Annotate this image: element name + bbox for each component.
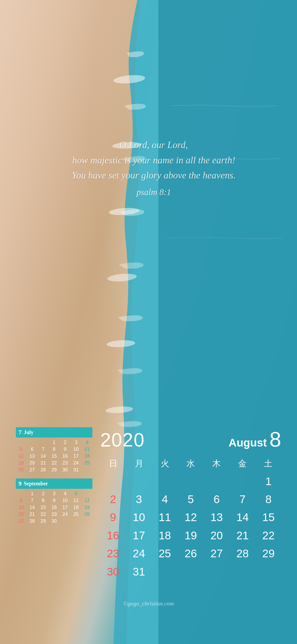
weekday-label: 土 xyxy=(255,457,281,471)
mini-day: 30 xyxy=(49,518,60,525)
weekday-label: 木 xyxy=(204,457,229,471)
mini-day: 1 xyxy=(49,439,60,446)
mini-day: 21 xyxy=(27,511,38,518)
main-day: 2 xyxy=(100,491,126,508)
mini-day: 20 xyxy=(16,511,27,518)
side-calendars: 7 July 123456789101112131415161718192021… xyxy=(16,427,92,581)
main-day: 13 xyxy=(204,509,229,526)
mini-day: 30 xyxy=(60,467,70,473)
mini-day xyxy=(82,490,92,497)
mini-day: 17 xyxy=(71,453,82,459)
main-day: 30 xyxy=(100,563,126,581)
main-grid: 1234567891011121314151617181920212223242… xyxy=(100,473,281,581)
main-day: 28 xyxy=(230,545,255,562)
mini-day: 5 xyxy=(71,490,82,497)
mini-day: 9 xyxy=(60,446,70,453)
mini-day xyxy=(82,518,92,525)
september-header: 9 September xyxy=(16,479,92,489)
main-day: 26 xyxy=(178,545,203,562)
weekday-label: 日 xyxy=(100,457,126,471)
mini-day: 13 xyxy=(27,453,38,459)
august-label: August xyxy=(229,436,267,449)
main-day: 27 xyxy=(204,545,229,562)
july-number: 7 xyxy=(18,429,22,436)
mini-day: 18 xyxy=(82,453,92,459)
mini-day: 25 xyxy=(71,511,82,518)
mini-day: 23 xyxy=(49,511,60,518)
quote-line3: You have set your glory above the heaven… xyxy=(26,168,281,183)
mini-day: 1 xyxy=(27,490,38,497)
mini-day: 19 xyxy=(82,504,92,511)
weekday-label: 金 xyxy=(229,457,255,471)
quote-line2: how majestic is your name in all the ear… xyxy=(26,153,281,168)
main-day: 4 xyxy=(152,491,177,508)
main-day: 1 xyxy=(256,473,281,490)
mini-day: 2 xyxy=(60,439,70,446)
year-label: 2020 xyxy=(100,429,145,451)
main-day: 14 xyxy=(230,509,255,526)
september-calendar: 9 September 1234567891011121314151617181… xyxy=(16,479,92,525)
copyright-text: ©gogo_christian.com xyxy=(123,600,174,607)
mini-day: 25 xyxy=(82,460,92,466)
main-day: 15 xyxy=(256,509,281,526)
main-day: 17 xyxy=(126,527,152,544)
main-day: 8 xyxy=(256,491,281,508)
mini-day: 3 xyxy=(49,490,60,497)
mini-day: 15 xyxy=(49,453,60,459)
mini-day: 24 xyxy=(60,511,70,518)
main-day xyxy=(152,563,177,581)
september-grid: 1234567891011121314151617181920212223242… xyxy=(16,490,92,525)
quote-text: O Lord, our Lord, how majestic is your n… xyxy=(26,137,281,183)
main-day xyxy=(152,473,177,490)
mini-day: 3 xyxy=(71,439,82,446)
mini-day: 11 xyxy=(82,446,92,453)
main-day: 11 xyxy=(152,509,177,526)
july-calendar: 7 July 123456789101112131415161718192021… xyxy=(16,427,92,473)
mini-day: 16 xyxy=(60,453,70,459)
main-day: 5 xyxy=(178,491,203,508)
main-day xyxy=(178,473,203,490)
mini-day: 13 xyxy=(16,504,27,511)
mini-day: 18 xyxy=(71,504,82,511)
mini-day: 4 xyxy=(60,490,70,497)
mini-day: 27 xyxy=(16,518,27,525)
mini-day: 22 xyxy=(38,511,49,518)
mini-day: 11 xyxy=(71,497,82,504)
main-day: 24 xyxy=(126,545,152,562)
mini-day: 27 xyxy=(27,467,38,473)
mini-day: 16 xyxy=(49,504,60,511)
mini-day: 7 xyxy=(27,497,38,504)
main-day xyxy=(230,473,255,490)
mini-day: 10 xyxy=(60,497,70,504)
main-day: 20 xyxy=(204,527,229,544)
main-day xyxy=(100,473,126,490)
mini-day xyxy=(71,518,82,525)
mini-day xyxy=(16,439,27,446)
mini-day: 10 xyxy=(71,446,82,453)
main-day: 18 xyxy=(152,527,177,544)
mini-day: 9 xyxy=(49,497,60,504)
main-day: 16 xyxy=(100,527,126,544)
mini-day: 29 xyxy=(38,518,49,525)
main-day xyxy=(204,473,229,490)
august-number: 8 xyxy=(270,427,281,452)
mini-day: 7 xyxy=(38,446,49,453)
mini-day: 2 xyxy=(38,490,49,497)
mini-day: 22 xyxy=(49,460,60,466)
mini-day xyxy=(82,467,92,473)
mini-day: 23 xyxy=(60,460,70,466)
weekday-label: 月 xyxy=(126,457,152,471)
mini-day: 28 xyxy=(27,518,38,525)
mini-day: 31 xyxy=(71,467,82,473)
mini-day: 8 xyxy=(38,497,49,504)
mini-day: 8 xyxy=(49,446,60,453)
mini-day: 6 xyxy=(27,446,38,453)
main-day: 19 xyxy=(178,527,203,544)
main-day xyxy=(204,563,229,581)
mini-day xyxy=(16,490,27,497)
mini-day: 20 xyxy=(27,460,38,466)
mini-day: 29 xyxy=(49,467,60,473)
weekday-label: 水 xyxy=(178,457,204,471)
main-day: 3 xyxy=(126,491,152,508)
quote-section: O Lord, our Lord, how majestic is your n… xyxy=(26,137,281,197)
